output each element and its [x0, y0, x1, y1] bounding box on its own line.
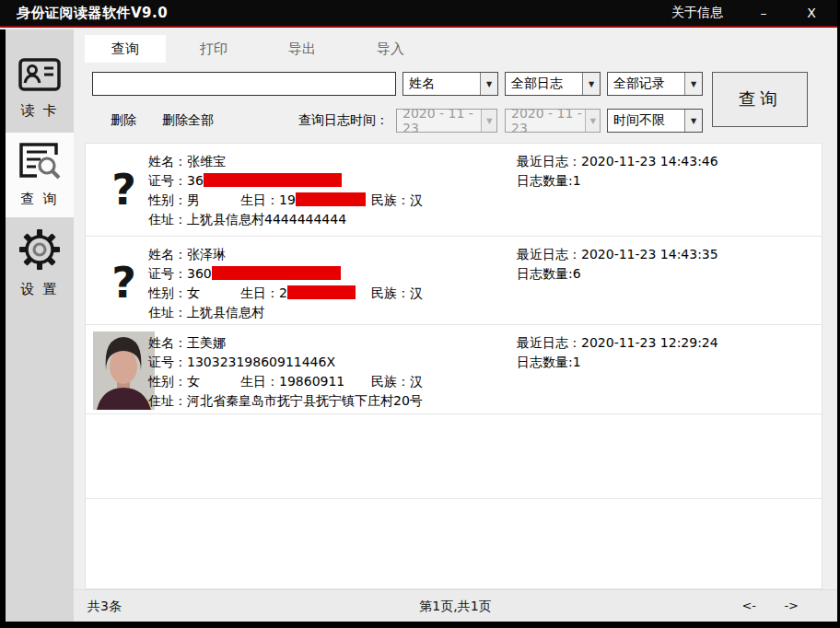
title-bar: 身份证阅读器软件V9.0 关于信息 – X [0, 0, 837, 28]
sidebar-item-read-card[interactable]: 读 卡 [6, 46, 74, 131]
date-from-value: 2020 - 11 - 23 [402, 106, 481, 135]
chevron-down-icon[interactable]: ▼ [480, 73, 497, 95]
tab-query[interactable]: 查询 [85, 35, 166, 63]
chevron-down-icon[interactable]: ▼ [684, 110, 702, 132]
portrait-image [93, 331, 155, 410]
record-meta: 性别：女生日：2民族：汉 [148, 284, 423, 303]
tab-bar: 查询 打印 导出 导入 [85, 35, 438, 63]
sidebar: 读 卡 查 询 [0, 29, 74, 622]
record-log-count: 日志数量:1 [517, 171, 718, 191]
photo-placeholder: ? [93, 243, 155, 321]
sidebar-item-settings[interactable]: 设 置 [6, 221, 74, 306]
prev-page-arrow[interactable]: <- [741, 599, 756, 612]
date-from-picker[interactable]: 2020 - 11 - 23 ▼ [396, 109, 497, 133]
question-mark-icon: ? [111, 165, 136, 215]
record-address: 住址：上犹县信息村 [148, 303, 423, 322]
record-name: 姓名：王美娜 [148, 333, 423, 353]
empty-row [86, 414, 822, 499]
tab-import[interactable]: 导入 [350, 35, 431, 63]
date-to-picker[interactable]: 2020 - 11 - 23 ▼ [505, 109, 601, 133]
time-range-select[interactable]: 时间不限 ▼ [607, 109, 703, 133]
record-type-select-value: 全部记录 [613, 76, 665, 92]
close-button[interactable]: X [804, 6, 819, 20]
photo-placeholder: ? [93, 150, 155, 228]
redaction-block [212, 266, 341, 280]
question-mark-icon: ? [111, 258, 136, 308]
chevron-down-icon[interactable]: ▼ [684, 73, 702, 95]
field-select[interactable]: 姓名 ▼ [402, 72, 498, 96]
redaction-block [296, 192, 366, 206]
portrait-photo [93, 331, 155, 410]
field-select-value: 姓名 [409, 76, 435, 92]
chevron-down-icon[interactable]: ▼ [582, 73, 600, 95]
status-bar: 共3条 第1页,共1页 <- -> [74, 589, 837, 622]
record-name: 姓名：张维宝 [148, 152, 423, 171]
record-recent-log: 最近日志：2020-11-23 14:43:46 [517, 152, 718, 171]
query-button[interactable]: 查询 [712, 72, 808, 127]
record-name: 姓名：张泽琳 [148, 245, 423, 264]
time-range-value: 时间不限 [613, 112, 665, 129]
log-type-select[interactable]: 全部日志 ▼ [505, 72, 601, 96]
record-recent-log: 最近日志：2020-11-23 12:29:24 [517, 333, 718, 353]
record-id: 证号：13032319860911446X [148, 353, 423, 372]
app-window: 身份证阅读器软件V9.0 关于信息 – X 读 卡 [0, 0, 840, 628]
chevron-down-icon: ▼ [585, 110, 600, 132]
record-log-count: 日志数量:6 [517, 264, 718, 284]
record-address: 住址：河北省秦皇岛市抚宁县抚宁镇下庄村20号 [148, 391, 423, 411]
sidebar-item-label: 设 置 [21, 281, 59, 298]
app-title: 身份证阅读器软件V9.0 [17, 5, 168, 22]
redaction-block [204, 173, 342, 187]
gear-icon [18, 228, 61, 274]
log-time-label: 查询日志时间： [298, 112, 389, 129]
empty-row [86, 499, 822, 587]
page-indicator: 第1页,共1页 [74, 599, 837, 615]
main-area: 查询 打印 导出 导入 姓名 ▼ 全部日志 ▼ 全部记录 ▼ 查询 删除 删除全… [74, 29, 837, 622]
next-page-arrow[interactable]: -> [784, 599, 799, 612]
id-card-icon [18, 57, 61, 96]
record-recent-log: 最近日志：2020-11-23 14:43:35 [517, 245, 718, 264]
record-id: 证号：36 [148, 171, 423, 191]
record-row[interactable]: ? 姓名：张泽琳 证号：360 性别：女生日：2民族：汉 住址：上犹县信息村 最… [86, 237, 822, 325]
records-list: ? 姓名：张维宝 证号：36 性别：男生日：19民族：汉 住址：上犹县信息村44… [85, 143, 822, 589]
record-log-count: 日志数量:1 [517, 353, 718, 372]
record-meta: 性别：男生日：19民族：汉 [148, 191, 423, 210]
record-address: 住址：上犹县信息村4444444444 [148, 210, 423, 229]
tab-export[interactable]: 导出 [262, 35, 343, 63]
record-type-select[interactable]: 全部记录 ▼ [607, 72, 703, 96]
delete-all-button[interactable]: 删除全部 [162, 112, 214, 129]
sidebar-item-label: 查 询 [21, 191, 59, 208]
delete-button[interactable]: 删除 [111, 112, 136, 129]
search-input[interactable] [92, 72, 396, 96]
record-meta: 性别：女生日：19860911民族：汉 [148, 372, 423, 391]
minimize-button[interactable]: – [756, 6, 771, 20]
record-row[interactable]: ? 姓名：张维宝 证号：36 性别：男生日：19民族：汉 住址：上犹县信息村44… [86, 144, 822, 237]
sidebar-item-query[interactable]: 查 询 [6, 133, 74, 217]
date-to-value: 2020 - 11 - 23 [511, 106, 585, 135]
tab-print[interactable]: 打印 [173, 35, 254, 63]
redaction-block [287, 285, 356, 299]
log-type-select-value: 全部日志 [511, 76, 563, 92]
chevron-down-icon: ▼ [481, 110, 496, 132]
record-id: 证号：360 [148, 264, 423, 284]
search-log-icon [18, 142, 61, 184]
record-row[interactable]: 姓名：王美娜 证号：13032319860911446X 性别：女生日：1986… [86, 325, 822, 414]
sidebar-item-label: 读 卡 [21, 102, 59, 120]
about-menu[interactable]: 关于信息 [671, 5, 723, 21]
